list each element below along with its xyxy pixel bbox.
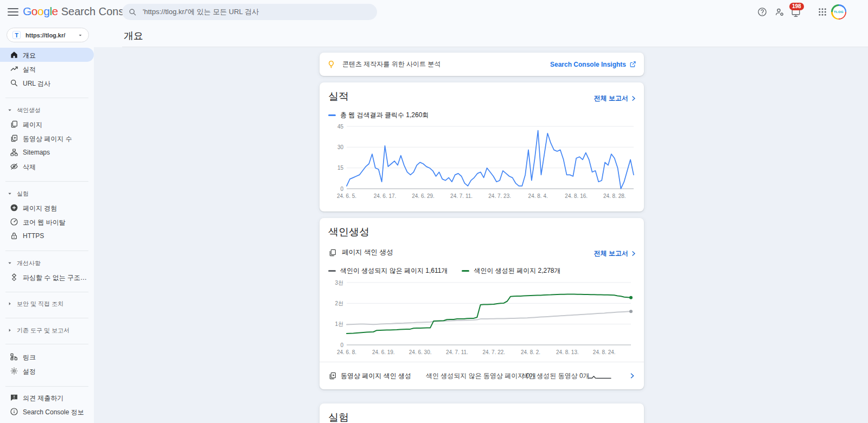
sidebar-item-video-pages[interactable]: 동영상 페이지 수 [0, 131, 94, 145]
menu-hamburger-icon[interactable] [8, 7, 18, 17]
url-inspection-input[interactable] [143, 8, 371, 16]
svg-text:24. 8. 16.: 24. 8. 16. [565, 193, 588, 199]
sidebar-item-page-experience[interactable]: 페이지 경험 [0, 201, 94, 215]
sidebar-item-submit-feedback[interactable]: 의견 제출하기 [0, 390, 94, 405]
sidebar-item-removals[interactable]: 삭제 [0, 159, 94, 174]
svg-text:24. 6. 8.: 24. 6. 8. [337, 349, 356, 355]
page-indexing-row: 페이지 색인 생성 [328, 248, 393, 257]
structured-data-icon [10, 273, 18, 281]
sidebar-item-unparsable-structured-data[interactable]: 파싱할 수 없는 구조화된 ... [0, 270, 94, 284]
trending-up-icon [10, 65, 18, 73]
property-url: https://tlog.kr/ [25, 32, 78, 39]
sidebar-divider [5, 292, 88, 292]
indexing-card-title: 색인생성 [328, 225, 369, 239]
caret-down-icon [8, 191, 12, 196]
sidebar-item-url-inspection[interactable]: URL 검사 [0, 76, 94, 90]
sidebar-item-links[interactable]: 링크 [0, 350, 94, 364]
performance-clicks-chart[interactable]: 015304524. 6. 5.24. 6. 17.24. 6. 29.24. … [328, 123, 635, 203]
indexing-full-report-link[interactable]: 전체 보고서 [594, 249, 637, 258]
svg-text:24. 8. 4.: 24. 8. 4. [528, 193, 548, 199]
url-inspection-searchbar[interactable] [122, 4, 377, 20]
svg-text:3천: 3천 [335, 280, 343, 286]
sidebar-divider [5, 181, 88, 182]
sidebar-section-experience[interactable]: 실험 [8, 190, 29, 197]
sidebar-divider [5, 344, 88, 344]
sidebar-item-overview[interactable]: 개요 [0, 48, 94, 62]
indexed-legend-swatch [462, 270, 469, 272]
top-app-bar: Google Search Console 198 TLOG [0, 0, 868, 24]
video-indexing-row[interactable]: 동영상 페이지 색인 생성 색인 생성되지 않은 동영상 페이지 0개 색인 생… [320, 362, 644, 389]
avatar-label: TLOG [833, 6, 845, 18]
user-settings-icon[interactable] [775, 7, 784, 17]
gauge-icon [10, 217, 18, 226]
pages-icon [10, 120, 18, 129]
header-divider [122, 47, 868, 47]
sidebar-item-performance[interactable]: 실적 [0, 62, 94, 76]
help-icon[interactable] [757, 7, 767, 17]
google-apps-grid-icon[interactable] [818, 7, 827, 17]
performance-legend: 총 웹 검색결과 클릭수 1,260회 [328, 111, 429, 120]
sidebar-divider [5, 318, 88, 318]
sidebar-divider [5, 98, 88, 98]
sidebar-section-security[interactable]: 보안 및 직접 조치 [8, 300, 63, 307]
eye-off-icon [10, 162, 18, 171]
home-icon [10, 50, 18, 59]
clicks-legend-swatch [328, 114, 336, 116]
svg-text:15: 15 [337, 165, 344, 171]
svg-text:24. 6. 17.: 24. 6. 17. [374, 193, 397, 199]
svg-text:24. 7. 23.: 24. 7. 23. [488, 193, 511, 199]
sidebar-item-core-web-vitals[interactable]: 코어 웹 바이탈 [0, 215, 94, 229]
caret-right-icon [8, 328, 12, 332]
not-indexed-legend-swatch [328, 270, 336, 272]
search-icon [10, 79, 18, 87]
sidebar-item-about-search-console[interactable]: Search Console 정보 [0, 405, 94, 419]
experience-card-title: 실험 [328, 411, 349, 423]
sidebar-item-sitemaps[interactable]: Sitemaps [0, 145, 94, 159]
links-icon [10, 352, 18, 361]
video-indexed-count: 색인 생성된 동영상 0개 [522, 371, 590, 381]
clicks-legend-label: 총 웹 검색결과 클릭수 1,260회 [340, 111, 429, 120]
indexing-card: 색인생성 페이지 색인 생성 전체 보고서 색인이 생성되지 않은 페이지 1,… [320, 218, 644, 389]
logo-letter: e [52, 5, 58, 18]
svg-text:2천: 2천 [335, 300, 343, 306]
logo-letter: o [31, 5, 37, 18]
not-indexed-legend-label: 색인이 생성되지 않은 페이지 1,611개 [340, 266, 448, 275]
video-indexing-sparkline [588, 372, 612, 380]
info-icon [10, 407, 18, 416]
chevron-right-icon [629, 94, 637, 102]
lock-icon [10, 232, 18, 240]
search-console-insights-link[interactable]: Search Console Insights [550, 61, 636, 68]
logo-letter: G [23, 5, 31, 18]
sidebar-item-pages[interactable]: 페이지 [0, 117, 94, 131]
chevron-right-icon[interactable] [628, 371, 636, 380]
svg-text:24. 7. 11.: 24. 7. 11. [446, 349, 468, 355]
sidebar-navigation: T https://tlog.kr/ 개요 실적 URL 검사 색인생성 페이지… [0, 24, 94, 423]
video-not-indexed-count: 색인 생성되지 않은 동영상 페이지 0개 [426, 371, 536, 381]
svg-text:24. 7. 22.: 24. 7. 22. [482, 349, 505, 355]
insights-banner-text: 콘텐츠 제작자를 위한 사이트 분석 [342, 60, 550, 69]
page-indexing-chart[interactable]: 01천2천3천24. 6. 8.24. 6. 19.24. 6. 30.24. … [328, 279, 635, 359]
pages-icon [328, 248, 337, 257]
svg-text:24. 8. 2.: 24. 8. 2. [521, 349, 540, 355]
account-avatar[interactable]: TLOG [831, 4, 846, 20]
search-icon [129, 8, 137, 16]
search-console-overview-page: { "header": { "logo": { "letters": [ {"c… [0, 0, 868, 423]
svg-text:24. 6. 30.: 24. 6. 30. [409, 349, 432, 355]
app-logo[interactable]: Google Search Console [23, 5, 138, 18]
sitemap-icon [10, 148, 18, 157]
chevron-down-icon [78, 33, 83, 38]
svg-text:30: 30 [337, 144, 344, 150]
sidebar-item-https[interactable]: HTTPS [0, 229, 94, 243]
sidebar-section-legacy-tools[interactable]: 기존 도구 및 보고서 [8, 326, 69, 334]
feedback-icon [10, 393, 18, 402]
svg-text:24. 8. 24.: 24. 8. 24. [593, 349, 616, 355]
indexed-legend-label: 색인이 생성된 페이지 2,278개 [474, 266, 560, 275]
sidebar-section-indexing[interactable]: 색인생성 [8, 106, 41, 114]
property-selector[interactable]: T https://tlog.kr/ [7, 28, 89, 42]
sidebar-item-settings[interactable]: 설정 [0, 364, 94, 378]
logo-letter: g [43, 5, 49, 18]
performance-full-report-link[interactable]: 전체 보고서 [594, 94, 637, 103]
svg-text:24. 8. 28.: 24. 8. 28. [603, 193, 626, 199]
sidebar-section-enhancements[interactable]: 개선사항 [8, 259, 41, 267]
insights-banner: 콘텐츠 제작자를 위한 사이트 분석 Search Console Insigh… [320, 53, 644, 76]
